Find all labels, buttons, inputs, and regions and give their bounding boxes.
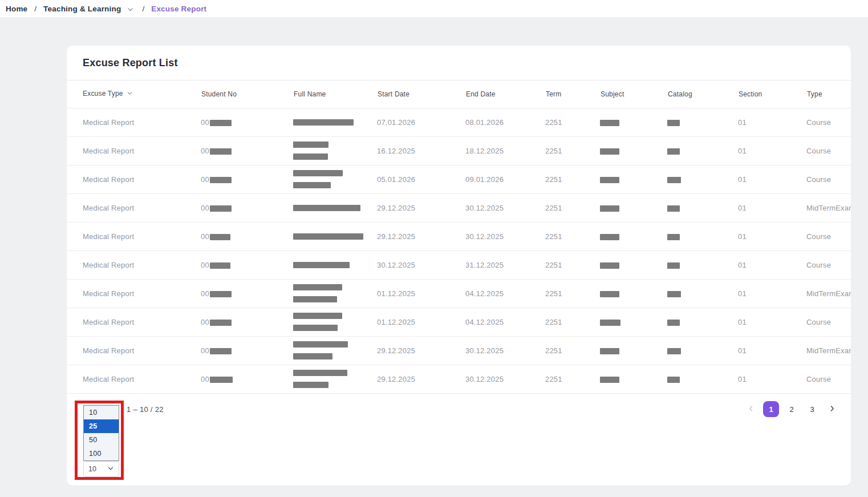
redacted-full-name-bar (293, 119, 354, 126)
cell-section: 01 (738, 136, 806, 165)
cell-end-date: 04.12.2025 (465, 279, 545, 308)
student-no-prefix: 00 (201, 261, 209, 269)
column-header-start-date[interactable]: Start Date (377, 80, 465, 108)
redacted-subject-bar (600, 348, 619, 354)
cell-excuse-type: Medical Report (67, 108, 201, 136)
redacted-catalog-bar (667, 320, 680, 326)
table-row: Medical Report 00 30.12.2025 31.12.2025 … (67, 250, 851, 279)
page-size-option-25[interactable]: 25 (84, 419, 119, 433)
page-button-2[interactable]: 2 (784, 401, 800, 417)
cell-subject (600, 193, 667, 222)
cell-start-date: 07.01.2026 (377, 108, 465, 136)
column-header-full-name[interactable]: Full Name (293, 80, 377, 108)
pagination-range-label: 1 – 10 / 22 (127, 405, 164, 414)
previous-page-button[interactable] (745, 403, 757, 415)
student-no-prefix: 00 (201, 175, 209, 184)
redacted-subject-bar (600, 120, 619, 126)
table-row: Medical Report 00 29.12.2025 30.12.2025 … (67, 222, 851, 250)
redacted-catalog-bar (667, 377, 680, 383)
column-header-excuse-type[interactable]: Excuse Type (67, 80, 201, 108)
redacted-catalog-bar (667, 205, 680, 212)
cell-term: 2251 (545, 108, 600, 136)
column-header-catalog[interactable]: Catalog (667, 80, 738, 108)
redacted-full-name-bar (293, 353, 332, 359)
chevron-down-icon[interactable] (127, 6, 134, 13)
column-header-end-date[interactable]: End Date (465, 80, 545, 108)
cell-full-name (293, 222, 377, 250)
cell-student-no: 00 (201, 279, 293, 308)
cell-start-date: 01.12.2025 (377, 279, 465, 308)
breadcrumb-item-teaching-learning[interactable]: Teaching & Learning (43, 5, 121, 13)
cell-catalog (667, 308, 738, 336)
column-header-student-no[interactable]: Student No (201, 80, 293, 108)
redacted-student-no-bar (210, 205, 232, 212)
page-size-value: 10 (88, 465, 96, 473)
column-header-term[interactable]: Term (545, 80, 600, 108)
page-button-1[interactable]: 1 (763, 401, 779, 417)
cell-term: 2251 (545, 279, 600, 308)
cell-full-name (293, 365, 377, 393)
cell-subject (600, 136, 667, 165)
breadcrumb: Home / Teaching & Learning / Excuse Repo… (0, 0, 868, 17)
redacted-student-no-bar (210, 320, 232, 326)
redacted-student-no-bar (210, 377, 233, 383)
page-size-option-10[interactable]: 10 (84, 406, 119, 419)
redacted-subject-bar (600, 262, 619, 269)
cell-term: 2251 (545, 250, 600, 279)
page-size-option-50[interactable]: 50 (84, 433, 119, 447)
chevron-left-icon (747, 405, 755, 414)
cell-full-name (293, 193, 377, 222)
page-size-select[interactable]: 10 (83, 461, 119, 477)
chevron-right-icon (828, 405, 836, 414)
breadcrumb-item-home[interactable]: Home (6, 5, 27, 13)
cell-term: 2251 (545, 193, 600, 222)
column-header-section[interactable]: Section (738, 80, 806, 108)
page-size-dropdown: 102550100 (83, 405, 119, 461)
table-row: Medical Report 00 16.12.2025 18.12.2025 … (67, 136, 851, 165)
redacted-full-name-bar (293, 382, 328, 388)
redacted-subject-bar (600, 291, 619, 297)
cell-start-date: 29.12.2025 (377, 336, 465, 365)
cell-type: Course (806, 250, 851, 279)
cell-start-date: 05.01.2026 (377, 165, 465, 193)
cell-start-date: 29.12.2025 (377, 193, 465, 222)
redacted-subject-bar (600, 148, 619, 155)
page-button-3[interactable]: 3 (804, 401, 820, 417)
column-header-subject[interactable]: Subject (600, 80, 667, 108)
cell-student-no: 00 (201, 308, 293, 336)
cell-term: 2251 (545, 136, 600, 165)
cell-full-name (293, 250, 377, 279)
cell-section: 01 (738, 279, 806, 308)
cell-excuse-type: Medical Report (67, 308, 201, 336)
cell-full-name (293, 108, 377, 136)
cell-type: MidTermExam (806, 279, 851, 308)
cell-section: 01 (738, 336, 806, 365)
cell-excuse-type: Medical Report (67, 136, 201, 165)
redacted-catalog-bar (667, 177, 681, 183)
cell-excuse-type: Medical Report (67, 365, 201, 393)
cell-full-name (293, 308, 377, 336)
cell-subject (600, 165, 667, 193)
pagination: 123 (745, 401, 838, 417)
cell-catalog (667, 165, 738, 193)
redacted-catalog-bar (667, 148, 680, 155)
page-size-option-100[interactable]: 100 (84, 447, 119, 460)
cell-end-date: 30.12.2025 (465, 193, 545, 222)
breadcrumb-item-excuse-report[interactable]: Excuse Report (151, 5, 206, 13)
cell-section: 01 (738, 365, 806, 393)
table-footer: 1 – 10 / 22 123 (67, 394, 851, 425)
table-row: Medical Report 00 01.12.2025 04.12.2025 … (67, 279, 851, 308)
redacted-student-no-bar (210, 120, 232, 126)
cell-type: MidTermExam (806, 336, 851, 365)
cell-student-no: 00 (201, 136, 293, 165)
next-page-button[interactable] (826, 403, 838, 415)
cell-end-date: 30.12.2025 (465, 365, 545, 393)
column-header-type[interactable]: Type (806, 80, 851, 108)
redacted-full-name-bar (293, 142, 328, 148)
cell-excuse-type: Medical Report (67, 279, 201, 308)
redacted-full-name-bar (293, 205, 360, 211)
cell-end-date: 08.01.2026 (465, 108, 545, 136)
student-no-prefix: 00 (201, 375, 209, 383)
cell-type: Course (806, 308, 851, 336)
cell-type: MidTermExam (806, 193, 851, 222)
